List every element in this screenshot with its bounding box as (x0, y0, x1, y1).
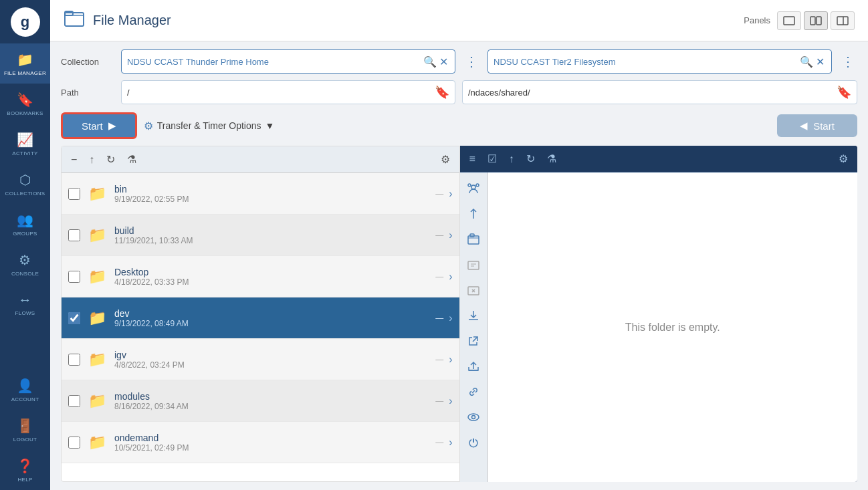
file-panels: − ↑ ↻ ⚗ ⚙ 📁 bin 9/19/2022, 02:55 PM (61, 146, 857, 482)
left-filter-button[interactable]: ⚗ (124, 150, 139, 168)
sidebar-item-groups[interactable]: 👥 GROUPS (0, 204, 50, 244)
right-file-panel: ≡ ☑ ↑ ↻ ⚗ ⚙ (460, 146, 858, 482)
right-collection-value: NDSU CCAST Tier2 Filesystem (494, 57, 798, 67)
file-date: 8/16/2022, 09:34 AM (114, 402, 430, 411)
file-checkbox-build[interactable] (68, 229, 80, 241)
topbar-file-icon (64, 7, 85, 33)
share-action-button[interactable] (461, 176, 485, 201)
sidebar-item-file-manager[interactable]: 📁 FILE MANAGER (0, 43, 50, 84)
link-action-button[interactable] (461, 380, 485, 404)
file-checkbox-desktop[interactable] (68, 271, 80, 283)
right-refresh-button[interactable]: ↻ (524, 150, 538, 168)
file-checkbox-bin[interactable] (68, 188, 80, 200)
power-action-button[interactable] (461, 431, 485, 455)
sidebar-item-bookmarks[interactable]: 🔖 BOOKMARKS (0, 84, 50, 124)
flows-icon: ↔ (18, 292, 32, 308)
folder-icon: 📁 (88, 310, 106, 327)
left-up-button[interactable]: ↑ (86, 151, 97, 168)
transfer-bar: Start ▶ ⚙ Transfer & Timer Options ▼ ◀ S… (61, 112, 857, 139)
table-row[interactable]: 📁 dev 9/13/2022, 08:49 AM — › (62, 297, 459, 339)
table-row[interactable]: 📁 igv 4/8/2022, 03:24 PM — › (62, 339, 459, 380)
table-row[interactable]: 📁 modules 8/16/2022, 09:34 AM — › (62, 380, 459, 422)
right-path-input[interactable]: /ndaces/shared/ 🔖 (462, 80, 857, 104)
transfer-options-button[interactable]: ⚙ Transfer & Timer Options ▼ (144, 120, 275, 132)
file-checkbox-dev[interactable] (68, 312, 80, 324)
table-row[interactable]: 📁 ondemand 10/5/2021, 02:49 PM — › (62, 422, 459, 463)
file-size: — (435, 355, 443, 364)
sidebar-label-collections: COLLECTIONS (5, 191, 45, 197)
delete-action-button[interactable] (461, 278, 485, 302)
groups-icon: 👥 (17, 212, 34, 228)
file-arrow: › (449, 229, 452, 241)
wide-panel-button[interactable] (831, 11, 855, 30)
path-row: Path / 🔖 /ndaces/shared/ 🔖 (61, 80, 857, 104)
right-filter-button[interactable]: ⚗ (544, 150, 559, 168)
right-collection-search-button[interactable]: 🔍 (798, 54, 815, 70)
right-path-value: /ndaces/shared/ (468, 88, 837, 98)
sidebar-label-flows: FLOWS (15, 310, 35, 316)
file-size: — (435, 272, 443, 281)
sidebar-item-account[interactable]: 👤 ACCOUNT (0, 370, 50, 410)
left-settings-button[interactable]: ⚙ (438, 150, 453, 168)
right-collapse-button[interactable]: ≡ (467, 150, 478, 168)
table-row[interactable]: 📁 bin 9/19/2022, 02:55 PM — › (62, 173, 459, 215)
right-collection-clear-button[interactable]: ✕ (815, 54, 826, 70)
collections-icon: ⬡ (19, 172, 31, 188)
dual-panel-button[interactable] (804, 11, 828, 30)
sidebar-item-help[interactable]: ❓ HELP (0, 450, 50, 490)
start-button-label: Start (82, 120, 103, 132)
file-date: 4/18/2022, 03:33 PM (114, 277, 430, 287)
edit-action-button[interactable] (461, 253, 485, 277)
side-action-bar (460, 172, 488, 482)
rename-action-button[interactable] (461, 202, 485, 226)
left-collection-search-button[interactable]: 🔍 (422, 54, 438, 70)
right-path-bookmark-button[interactable]: 🔖 (837, 85, 851, 100)
start-transfer-button[interactable]: Start ▶ (61, 112, 137, 139)
single-panel-button[interactable] (777, 11, 801, 30)
left-minus-button[interactable]: − (68, 151, 80, 168)
new-folder-action-button[interactable] (461, 227, 485, 251)
file-info: bin 9/19/2022, 02:55 PM (114, 184, 430, 204)
external-action-button[interactable] (461, 329, 485, 353)
upload-action-button[interactable] (461, 354, 485, 378)
file-date: 9/19/2022, 02:55 PM (114, 195, 430, 204)
file-arrow: › (449, 271, 452, 283)
sidebar-label-activity: ACTIVITY (12, 150, 37, 156)
preview-action-button[interactable] (461, 405, 485, 429)
file-checkbox-modules[interactable] (68, 395, 80, 407)
download-action-button[interactable] (461, 303, 485, 328)
file-checkbox-ondemand[interactable] (68, 437, 80, 449)
logout-icon: 🚪 (17, 418, 34, 434)
right-check-button[interactable]: ☑ (485, 150, 500, 168)
sidebar-item-activity[interactable]: 📈 ACTIVITY (0, 124, 50, 164)
start-right-transfer-button[interactable]: ◀ Start (777, 114, 857, 137)
right-file-area: This folder is empty. (488, 172, 858, 482)
logo-icon: g (11, 7, 40, 37)
left-path-bookmark-button[interactable]: 🔖 (435, 85, 449, 100)
left-file-list: 📁 bin 9/19/2022, 02:55 PM — › 📁 build (62, 173, 459, 481)
sidebar-item-flows[interactable]: ↔ FLOWS (0, 284, 50, 324)
folder-icon: 📁 (88, 268, 106, 285)
left-collection-more-button[interactable]: ⋮ (462, 51, 481, 72)
file-info: Desktop 4/18/2022, 03:33 PM (114, 267, 430, 287)
file-checkbox-igv[interactable] (68, 354, 80, 366)
start-button-icon: ▶ (108, 120, 116, 132)
file-arrow: › (449, 395, 452, 407)
table-row[interactable]: 📁 Desktop 4/18/2022, 03:33 PM — › (62, 256, 459, 297)
app-logo[interactable]: g (0, 0, 50, 43)
right-settings-button[interactable]: ⚙ (836, 150, 851, 168)
sidebar-item-console[interactable]: ⚙ CONSOLE (0, 244, 50, 284)
right-up-button[interactable]: ↑ (506, 150, 517, 168)
sidebar-item-logout[interactable]: 🚪 LOGOUT (0, 410, 50, 450)
right-collection-input[interactable]: NDSU CCAST Tier2 Filesystem 🔍 ✕ (487, 49, 832, 74)
left-collection-input[interactable]: NDSU CCAST Thunder Prime Home 🔍 ✕ (121, 49, 455, 74)
right-collection-more-button[interactable]: ⋮ (839, 51, 857, 72)
left-collection-clear-button[interactable]: ✕ (438, 54, 449, 70)
left-refresh-button[interactable]: ↻ (104, 150, 118, 168)
sidebar-item-collections[interactable]: ⬡ COLLECTIONS (0, 164, 50, 204)
sidebar-label-file-manager: FILE MANAGER (4, 70, 46, 76)
folder-icon: 📁 (88, 434, 106, 451)
table-row[interactable]: 📁 build 11/19/2021, 10:33 AM — › (62, 215, 459, 256)
file-info: ondemand 10/5/2021, 02:49 PM (114, 433, 430, 453)
left-path-input[interactable]: / 🔖 (121, 80, 455, 104)
